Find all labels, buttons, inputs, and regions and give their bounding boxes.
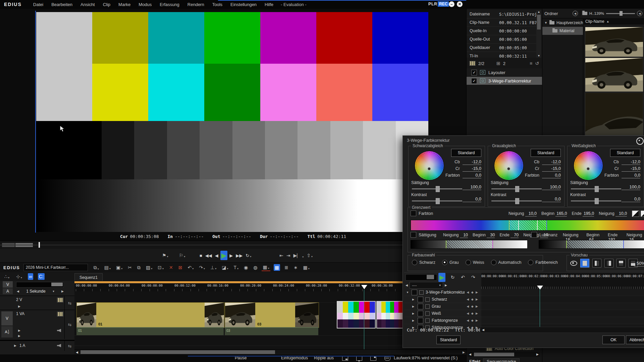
speaker-icon[interactable] xyxy=(57,329,61,332)
contrast-slider[interactable] xyxy=(412,200,462,201)
saturation-slider[interactable] xyxy=(571,188,621,189)
hue-range-bar[interactable] xyxy=(411,220,644,231)
chevron-down-icon[interactable]: ▾ xyxy=(53,290,54,293)
speaker-icon[interactable] xyxy=(57,344,61,347)
chevron-right-icon[interactable]: ▶ xyxy=(445,284,447,287)
toolbar-button[interactable]: ⊠ xyxy=(177,264,183,271)
radio-option[interactable]: Schwarz xyxy=(412,260,435,265)
color-wheel[interactable] xyxy=(574,151,603,180)
keyframe-tree-row[interactable]: ▶ Schwarz ◀ ◆ ▶ xyxy=(404,296,481,303)
audio-mute-button[interactable]: A xyxy=(3,288,13,294)
standard-button[interactable]: Standard xyxy=(436,336,461,344)
tab-sequenzmarke[interactable]: Sequenzmarke xyxy=(483,358,520,362)
toolbar-button[interactable]: ⊡▾ xyxy=(157,264,165,271)
minimize-button[interactable]: − xyxy=(449,1,454,7)
mode-button[interactable]: ⊹▾ xyxy=(15,273,23,280)
toolbar-button[interactable]: ✕ xyxy=(168,264,174,271)
expander-icon[interactable]: ▶ xyxy=(18,329,20,332)
standard-button[interactable]: Standard xyxy=(610,149,640,157)
expander-icon[interactable]: ▶ xyxy=(18,305,20,308)
menu-item[interactable]: Modus xyxy=(135,2,156,7)
close-preview-button[interactable]: ✕ xyxy=(457,1,463,7)
luminance-range-bar[interactable] xyxy=(539,240,644,249)
toolbar-button[interactable]: T▾ xyxy=(232,264,239,271)
cb-value[interactable]: -12,0 xyxy=(622,160,640,165)
keyframe-enable-checkbox[interactable] xyxy=(412,290,417,295)
keyframe-target-icon[interactable] xyxy=(636,137,644,145)
sync-lock-icon[interactable]: ⇆ xyxy=(64,341,75,351)
pick-color-button[interactable] xyxy=(641,210,644,217)
saturation-value[interactable]: 100,0 xyxy=(542,184,561,190)
timeline-zoom-bar[interactable] xyxy=(16,282,64,288)
menu-item[interactable]: Erfassung xyxy=(156,2,183,7)
hue-value[interactable]: 0,0 xyxy=(542,173,561,178)
clip-info-row[interactable]: Quelle-In 00:00:00:00 xyxy=(467,27,536,35)
cancel-button[interactable]: Abbrechen xyxy=(626,336,644,344)
keyframe-tree-row[interactable]: ▶ Grau ◀ ◆ ▶ xyxy=(404,303,481,310)
effect-row[interactable]: ✓ 3-Wege-Farbkorrektur xyxy=(467,77,542,85)
keyframe-tree-row[interactable]: ▼ 3-Wege-Farbkorrektur ◀ ◆ ▶ xyxy=(404,289,481,296)
recycle-icon[interactable]: ↺ xyxy=(535,61,539,66)
transport-button[interactable]: ⚑▾ xyxy=(161,252,169,259)
contrast-value[interactable]: 0,0 xyxy=(622,196,640,202)
toolbar-button[interactable]: ▨▾ xyxy=(145,264,153,271)
param-select[interactable]: ----▾ xyxy=(410,282,443,289)
scroll-up-icon[interactable]: ▲ xyxy=(536,10,541,13)
effect-enabled-checkbox[interactable]: ✓ xyxy=(471,78,477,84)
scroll-left-icon[interactable]: ◀ xyxy=(482,328,484,331)
clip-thumbnail[interactable] xyxy=(585,93,643,135)
scroll-left-icon[interactable]: ◀ xyxy=(469,353,471,356)
cr-value[interactable]: -15,0 xyxy=(542,166,561,172)
transport-button[interactable]: ⚐▾ xyxy=(178,252,186,259)
saturation-slider[interactable] xyxy=(412,188,462,189)
keyframe-hscrollbar[interactable]: ◀ ▶ xyxy=(480,327,644,333)
clip-info-row[interactable]: Clip-Name 00.00.32.11 FB77... xyxy=(467,18,536,27)
transport-button[interactable]: ▶⎸▾ xyxy=(292,252,305,259)
preview-split-right-button[interactable] xyxy=(604,259,613,267)
toolbar-button[interactable]: ⊥▾ xyxy=(209,264,217,271)
colorbar-clip-selected[interactable] xyxy=(337,301,376,328)
hue-selection-hatch[interactable] xyxy=(509,220,546,230)
mode-button[interactable]: ∞ xyxy=(28,273,33,280)
keyframe-nav-icons[interactable]: ◀ ◆ ▶ xyxy=(467,305,481,308)
scrollbar-thumb[interactable] xyxy=(80,350,275,354)
menu-item[interactable]: Rendern xyxy=(183,2,208,7)
preview-split-left-button[interactable] xyxy=(592,259,601,267)
keyframe-tree-row[interactable]: ▶ Farbtongrenze ◀ ◆ ▶ xyxy=(404,317,481,324)
audio-segment-03[interactable]: 03 xyxy=(225,327,318,335)
scroll-down-icon[interactable]: ▼ xyxy=(536,54,541,57)
keyframe-enable-checkbox[interactable] xyxy=(418,318,423,323)
toolbar-button[interactable]: ◍ xyxy=(252,264,258,271)
radio-option[interactable]: Weiss xyxy=(466,260,484,265)
toolbar-button[interactable]: ↷▾ xyxy=(198,264,206,271)
clip-info-row[interactable]: Quelldauer 00:00:05:00 xyxy=(467,44,536,52)
clip-thumbnail[interactable] xyxy=(585,58,643,92)
keyframe-tree-row[interactable]: ▶ Weiß ◀ ◆ ▶ xyxy=(404,310,481,317)
toolbar-button[interactable]: ≣ xyxy=(283,264,289,271)
sequence-tab[interactable]: Sequenz1 xyxy=(74,273,103,281)
effect-row[interactable]: ✓ Layouter xyxy=(467,68,542,77)
saturation-value[interactable]: 100,0 xyxy=(463,184,481,190)
keyframe-nav-icons[interactable]: ◀ ◆ ▶ xyxy=(467,298,481,301)
keyframe-nav-icons[interactable]: ◀ ◆ ▶ xyxy=(467,319,481,322)
preview-zoom-value[interactable]: 50% xyxy=(634,261,644,266)
scrollbar-thumb[interactable] xyxy=(537,15,541,29)
thumbnail-size-slider[interactable] xyxy=(606,13,635,14)
keyframe-button[interactable]: ↶ xyxy=(460,274,466,281)
expander-icon[interactable]: ▼ xyxy=(544,21,547,24)
chevron-left-icon[interactable]: ◀ xyxy=(17,290,19,293)
cb-value[interactable]: -12,0 xyxy=(542,160,561,165)
preview-split-top-button[interactable] xyxy=(616,259,626,267)
menu-item[interactable]: Tools xyxy=(208,2,226,7)
scrollbar-thumb[interactable] xyxy=(474,353,514,356)
menu-item[interactable]: Datei xyxy=(29,2,47,7)
radio-option[interactable]: Grau xyxy=(442,260,459,265)
expander-right-icon[interactable]: ▶ xyxy=(412,319,416,322)
collapse-icon[interactable]: ◀ xyxy=(573,11,578,16)
effect-scrollbar[interactable]: ◀ ▶ xyxy=(468,352,540,357)
chevron-right-icon[interactable]: ▶ xyxy=(61,290,64,293)
transport-button[interactable]: ⇧▾ xyxy=(306,252,314,259)
video-part-badge[interactable]: V xyxy=(1,311,13,325)
clip-thumbnail[interactable] xyxy=(585,27,643,57)
timeline-playhead[interactable] xyxy=(361,285,367,289)
